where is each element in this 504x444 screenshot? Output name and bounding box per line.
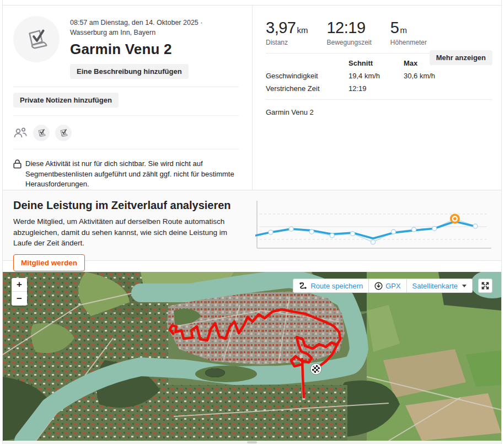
map-resize-handle[interactable] (247, 441, 257, 443)
add-description-button[interactable]: Eine Beschreibung hinzufügen (70, 64, 189, 79)
divider (13, 87, 239, 87)
device-badge[interactable] (33, 125, 50, 141)
save-route-button[interactable]: Route speichern (293, 279, 369, 293)
promo-title: Deine Leistung im Zeitverlauf analysiere… (13, 199, 246, 212)
row-label: Geschwindigkeit (266, 72, 348, 80)
activity-type-avatar (13, 16, 60, 62)
activity-title: Garmin Venu 2 (70, 41, 230, 58)
laptop-check-icon (36, 128, 46, 138)
privacy-notice: Diese Aktivität ist nur für dich sichtba… (25, 159, 235, 189)
map-layer-select[interactable]: Satellitenkarte (407, 279, 473, 293)
top-strip (3, 0, 501, 6)
route-map[interactable]: + − Route speichern GPX Satellitenkarte (3, 272, 501, 441)
download-icon (374, 282, 383, 290)
row-max (404, 84, 464, 93)
performance-sparkline-chart (255, 197, 495, 254)
private-notes-button[interactable]: Private Notizen hinzufügen (13, 93, 119, 108)
row-avg: 19,4 km/h (348, 72, 404, 80)
zoom-in-button[interactable]: + (12, 278, 27, 292)
divider (266, 99, 492, 100)
activity-stats-column: 3,97km Distanz 12:19 Bewegungszeit 5m Hö… (253, 6, 501, 190)
map-zoom-control: + − (12, 278, 27, 306)
activity-summary-card: 08:57 am Dienstag, den 14. Oktober 2025 … (3, 6, 501, 190)
stat-elevation: 5m Höhenmeter (390, 19, 427, 46)
show-more-button[interactable]: Mehr anzeigen (430, 50, 492, 65)
device-badge[interactable] (55, 125, 72, 141)
row-avg: 12:19 (348, 84, 404, 93)
lock-icon (13, 159, 22, 169)
divider (13, 115, 239, 116)
device-name: Garmin Venu 2 (266, 108, 492, 116)
laptop-check-icon (58, 128, 68, 138)
row-max: 30,6 km/h (404, 72, 464, 80)
zoom-out-button[interactable]: − (12, 292, 27, 306)
become-member-button[interactable]: Mitglied werden (13, 254, 85, 271)
chevron-down-icon (462, 285, 467, 287)
route-icon (299, 282, 308, 290)
satellite-map-canvas (3, 272, 501, 441)
promo-body: Werde Mitglied, um Aktivitäten auf derse… (13, 216, 229, 249)
stat-moving-time: 12:19 Bewegungszeit (326, 19, 371, 46)
map-toolbar: Route speichern GPX Satellitenkarte (293, 279, 492, 293)
fullscreen-icon (481, 282, 489, 290)
gpx-download-button[interactable]: GPX (369, 279, 406, 293)
divider (13, 149, 239, 149)
finish-marker (310, 363, 321, 375)
group-icon[interactable] (13, 127, 28, 139)
activity-datetime-location: 08:57 am Dienstag, den 14. Oktober 2025 … (70, 18, 230, 38)
column-header-avg: Schnitt (348, 59, 404, 67)
fullscreen-button[interactable] (478, 279, 492, 293)
membership-promo-section: Deine Leistung im Zeitverlauf analysiere… (3, 190, 501, 261)
activity-details-column: 08:57 am Dienstag, den 14. Oktober 2025 … (3, 6, 253, 190)
activity-page: 08:57 am Dienstag, den 14. Oktober 2025 … (2, 0, 502, 444)
stat-distance: 3,97km Distanz (266, 19, 308, 46)
laptop-check-icon (24, 26, 49, 52)
bottom-strip (3, 441, 501, 444)
row-label: Verstrichene Zeit (266, 84, 348, 93)
